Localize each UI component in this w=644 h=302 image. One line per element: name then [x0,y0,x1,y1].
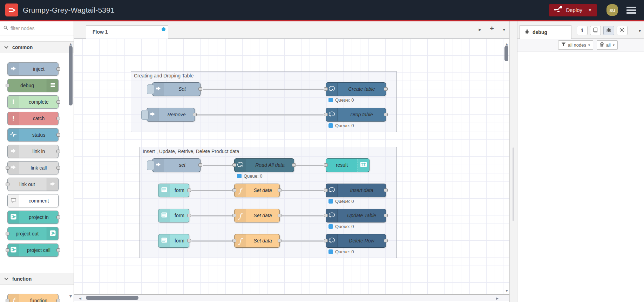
main-menu-icon[interactable] [626,5,636,15]
node-input-port[interactable] [232,188,236,192]
node-input-port[interactable] [324,113,328,116]
node-input-port[interactable] [6,183,9,186]
palette-node-inject[interactable]: inject [7,62,59,76]
node-output-port[interactable] [198,163,202,167]
palette-node-complete[interactable]: !complete [7,95,59,109]
flow-group-1[interactable]: Creating and Droping Table [131,71,397,132]
node-output-port[interactable] [193,113,197,116]
node-output-port[interactable] [56,299,60,302]
user-avatar[interactable]: su [606,4,618,16]
node-input-port[interactable] [324,239,328,242]
open-tab-list-icon[interactable]: ▸ [479,26,481,33]
sidebar-menu-chevron-icon[interactable]: ▾ [639,28,641,33]
palette-category-function[interactable]: function [0,273,74,285]
node-input-port[interactable] [232,214,236,217]
node-input-port[interactable] [232,239,236,242]
node-output-port[interactable] [384,87,388,91]
flow-menu-chevron-icon[interactable]: ▾ [503,27,505,32]
inject-trigger-button[interactable] [141,110,149,120]
palette-node-comment[interactable]: comment [7,194,59,207]
node-output-port[interactable] [56,166,60,170]
flow-node-form2[interactable]: form [158,209,189,222]
sidebar-separator[interactable] [509,21,517,302]
node-input-port[interactable] [232,163,236,167]
flow-node-form3[interactable]: form [158,234,189,248]
flow-node-insert[interactable]: Insert data [326,184,386,197]
flow-node-fn3[interactable]: ƒSet data [234,234,280,248]
node-input-port[interactable] [6,299,9,302]
node-output-port[interactable] [384,113,388,116]
flow-node-remove[interactable]: Remove [147,108,195,122]
canvas-scroll-up-icon[interactable]: ▴ [506,41,508,46]
node-input-port[interactable] [324,163,328,167]
node-output-port[interactable] [278,188,282,192]
flow-node-read[interactable]: Read All data [234,158,294,172]
node-output-port[interactable] [198,87,202,91]
palette-node-status[interactable]: status [7,128,59,142]
node-input-port[interactable] [6,84,9,87]
node-output-port[interactable] [56,248,60,252]
palette-node-debug[interactable]: debug [7,79,59,92]
palette-scroll-up-icon[interactable]: ▴ [69,41,72,46]
canvas-scroll-right-icon[interactable]: ▸ [496,296,499,301]
node-input-port[interactable] [6,232,9,235]
palette-node-link-out[interactable]: link out [7,178,59,191]
node-input-port[interactable] [324,188,328,192]
node-output-port[interactable] [56,100,60,104]
flow-node-set1[interactable]: Set [152,82,201,96]
flow-node-fn2[interactable]: ƒSet data [234,209,280,222]
flow-node-result[interactable]: result [326,158,370,172]
flow-node-create[interactable]: Create table [326,82,386,96]
node-output-port[interactable] [187,239,191,242]
palette-node-project-call[interactable]: project call [7,243,59,257]
node-output-port[interactable] [384,188,388,192]
palette-node-function[interactable]: ƒfunction [7,294,59,302]
tab-flow-1[interactable]: Flow 1 [86,25,168,39]
sidebar-button-info[interactable]: i [577,26,588,35]
canvas-scroll-left-icon[interactable]: ◂ [79,296,81,301]
palette-category-common[interactable]: common [0,41,74,53]
node-output-port[interactable] [384,239,388,242]
node-output-port[interactable] [278,214,282,217]
palette-node-link-call[interactable]: link call [7,161,59,174]
node-output-port[interactable] [56,67,60,71]
node-input-port[interactable] [324,87,328,91]
node-output-port[interactable] [187,188,191,192]
node-output-port[interactable] [384,214,388,217]
deploy-button[interactable]: Deploy ▼ [549,4,597,16]
node-input-port[interactable] [6,248,9,252]
deploy-options-chevron-icon[interactable]: ▼ [588,8,592,13]
flow-node-update[interactable]: Update Table [326,209,386,222]
flow-node-delete[interactable]: Delete Row [326,234,386,248]
flow-node-set2[interactable]: set [152,158,201,172]
flow-node-form1[interactable]: form [158,184,189,197]
inject-trigger-button[interactable] [147,84,154,94]
add-flow-button[interactable]: + [490,25,494,33]
sidebar-button-gear[interactable] [617,26,628,35]
node-output-port[interactable] [278,239,282,242]
node-output-port[interactable] [292,163,296,167]
node-output-port[interactable] [56,150,60,153]
palette-node-project-in[interactable]: project in [7,211,59,224]
debug-clear-button[interactable]: all ▾ [597,40,618,50]
palette-scrollbar-thumb[interactable] [69,46,73,105]
node-output-port[interactable] [187,214,191,217]
node-output-port[interactable] [56,117,60,120]
inject-trigger-button[interactable] [147,160,154,170]
separator-drag-handle[interactable] [513,147,514,221]
canvas-scroll-down-icon[interactable]: ▾ [506,288,508,293]
node-input-port[interactable] [6,166,9,170]
palette-scroll-down-icon[interactable]: ▾ [69,294,72,298]
node-input-port[interactable] [324,214,328,217]
palette-node-project-out[interactable]: project out [7,227,59,240]
canvas-vscrollbar-thumb[interactable] [504,46,508,61]
node-output-port[interactable] [56,133,60,137]
palette-filter-input[interactable] [11,26,67,31]
flow-node-drop[interactable]: Drop table [326,108,386,122]
flow-node-fn1[interactable]: ƒSet data [234,184,280,197]
palette-node-link-in[interactable]: link in [7,145,59,158]
node-output-port[interactable] [56,215,60,219]
canvas-hscrollbar-thumb[interactable] [86,296,138,300]
flow-canvas[interactable]: ▴ ▾ ◂ ▸ Creating and Droping TableInsert… [74,39,509,302]
tab-debug[interactable]: debug [520,25,571,39]
